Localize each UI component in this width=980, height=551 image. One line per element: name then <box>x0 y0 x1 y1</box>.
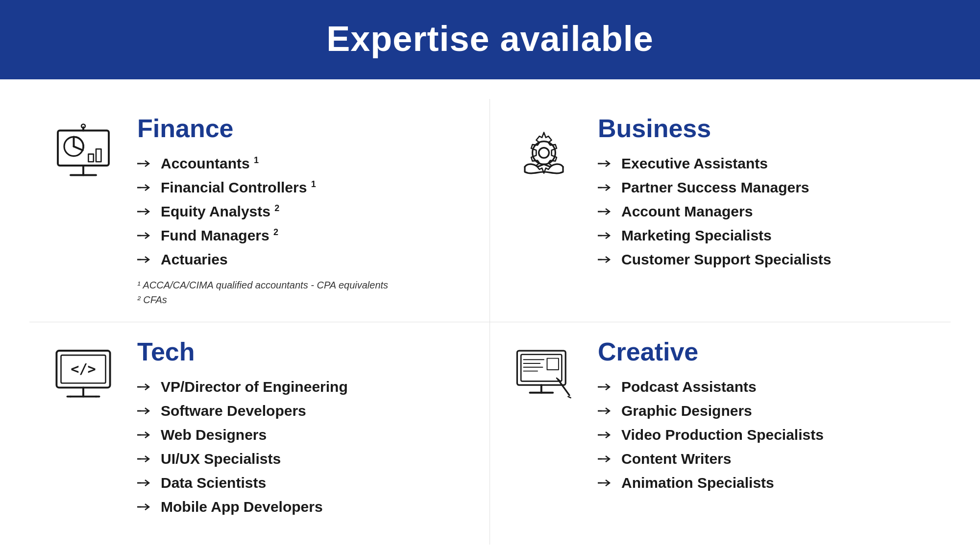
business-icon <box>510 119 578 187</box>
list-item: UI/UX Specialists <box>137 449 470 468</box>
list-item: Accountants 1 <box>137 154 470 173</box>
finance-icon <box>49 119 118 187</box>
arrow-icon <box>598 255 613 264</box>
list-item: Marketing Specialists <box>598 226 931 245</box>
list-item: Animation Specialists <box>598 473 931 492</box>
finance-text: Finance Accountants 1 Financial Controll… <box>137 114 470 307</box>
list-item: Content Writers <box>598 449 931 468</box>
svg-rect-57 <box>547 359 559 370</box>
list-item: Web Designers <box>137 425 470 444</box>
arrow-icon <box>137 382 153 392</box>
tech-title: Tech <box>137 337 470 366</box>
arrow-icon <box>137 255 153 264</box>
arrow-icon <box>137 502 153 512</box>
list-item: Partner Success Managers <box>598 178 931 197</box>
svg-line-60 <box>558 380 569 396</box>
arrow-icon <box>598 207 613 216</box>
business-list: Executive Assistants Partner Success Man… <box>598 154 931 269</box>
finance-quadrant: Finance Accountants 1 Financial Controll… <box>29 99 490 322</box>
list-item: Data Scientists <box>137 473 470 492</box>
arrow-icon <box>598 382 613 392</box>
list-item: Podcast Assistants <box>598 377 931 396</box>
arrow-icon <box>598 159 613 168</box>
arrow-icon <box>137 159 153 168</box>
creative-icon <box>510 342 578 410</box>
svg-text:</>: </> <box>71 360 96 377</box>
arrow-icon <box>598 454 613 464</box>
creative-text: Creative Podcast Assistants Graphic Desi… <box>598 337 931 497</box>
content-grid: Finance Accountants 1 Financial Controll… <box>0 79 980 551</box>
svg-rect-7 <box>96 149 101 162</box>
list-item: Fund Managers 2 <box>137 226 470 245</box>
arrow-icon <box>598 231 613 240</box>
tech-quadrant: </> Tech VP/Director of Engineering <box>29 322 490 545</box>
list-item: Executive Assistants <box>598 154 931 173</box>
arrow-icon <box>137 478 153 488</box>
list-item: Customer Support Specialists <box>598 250 931 269</box>
business-quadrant: Business Executive Assistants Partner Su… <box>490 99 951 322</box>
business-title: Business <box>598 114 931 143</box>
list-item: VP/Director of Engineering <box>137 377 470 396</box>
list-item: Video Production Specialists <box>598 425 931 444</box>
arrow-icon <box>598 183 613 192</box>
list-item: Software Developers <box>137 401 470 420</box>
svg-line-61 <box>568 397 570 398</box>
list-item: Equity Analysts 2 <box>137 202 470 221</box>
arrow-icon <box>137 207 153 216</box>
tech-text: Tech VP/Director of Engineering Software… <box>137 337 470 521</box>
tech-list: VP/Director of Engineering Software Deve… <box>137 377 470 516</box>
list-item: Account Managers <box>598 202 931 221</box>
svg-line-5 <box>74 146 83 150</box>
svg-point-21 <box>539 148 549 158</box>
finance-title: Finance <box>137 114 470 143</box>
arrow-icon <box>137 231 153 240</box>
arrow-icon <box>598 478 613 488</box>
list-item: Mobile App Developers <box>137 497 470 516</box>
arrow-icon <box>137 430 153 440</box>
creative-quadrant: Creative Podcast Assistants Graphic Desi… <box>490 322 951 545</box>
list-item: Graphic Designers <box>598 401 931 420</box>
arrow-icon <box>137 454 153 464</box>
svg-rect-6 <box>88 154 93 162</box>
list-item: Actuaries <box>137 250 470 269</box>
finance-list: Accountants 1 Financial Controllers 1 Eq… <box>137 154 470 269</box>
arrow-icon <box>137 406 153 416</box>
tech-icon: </> <box>49 342 118 410</box>
arrow-icon <box>598 406 613 416</box>
creative-list: Podcast Assistants Graphic Designers Vid… <box>598 377 931 492</box>
arrow-icon <box>137 183 153 192</box>
finance-footnotes: ¹ ACCA/CA/CIMA qualified accountants - C… <box>137 278 470 307</box>
svg-point-9 <box>81 124 85 128</box>
arrow-icon <box>598 430 613 440</box>
page-header: Expertise available <box>0 0 980 79</box>
page-title: Expertise available <box>0 19 980 59</box>
business-text: Business Executive Assistants Partner Su… <box>598 114 931 274</box>
creative-title: Creative <box>598 337 931 366</box>
list-item: Financial Controllers 1 <box>137 178 470 197</box>
